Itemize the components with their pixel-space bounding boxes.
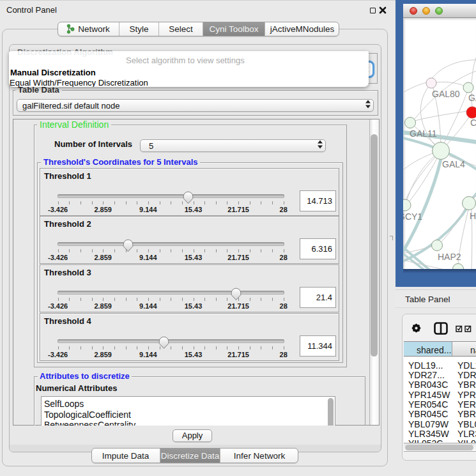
svg-text:GA: GA xyxy=(468,93,476,103)
svg-text:GAL80: GAL80 xyxy=(432,89,460,99)
svg-text:HI: HI xyxy=(470,211,476,221)
svg-text:GAL11: GAL11 xyxy=(410,128,437,139)
svg-text:HAP2: HAP2 xyxy=(438,252,461,262)
svg-text:CY: CY xyxy=(470,118,476,128)
svg-text:GCY1: GCY1 xyxy=(403,211,422,222)
svg-text:GAL4: GAL4 xyxy=(442,159,465,169)
